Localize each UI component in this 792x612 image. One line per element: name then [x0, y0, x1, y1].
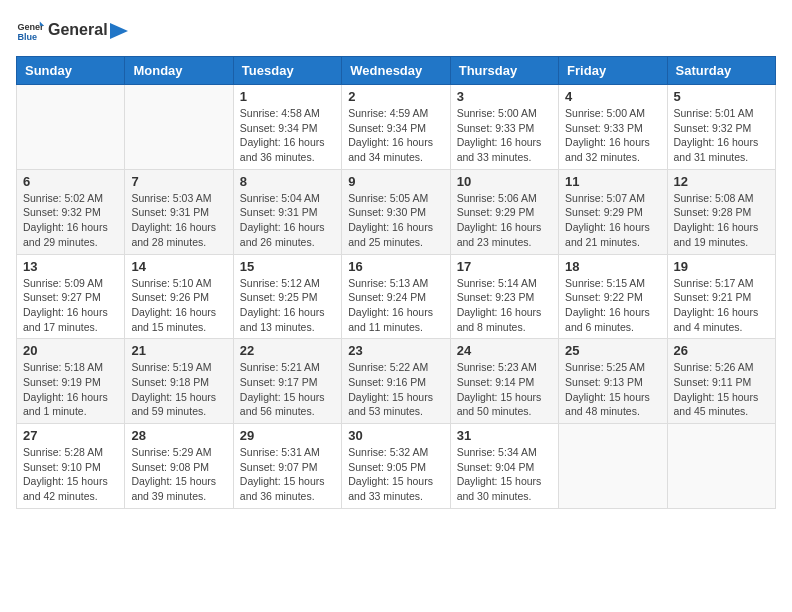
- day-number: 17: [457, 259, 552, 274]
- day-info: Sunrise: 5:13 AMSunset: 9:24 PMDaylight:…: [348, 276, 443, 335]
- calendar-week-row: 27Sunrise: 5:28 AMSunset: 9:10 PMDayligh…: [17, 424, 776, 509]
- day-info: Sunrise: 5:32 AMSunset: 9:05 PMDaylight:…: [348, 445, 443, 504]
- day-info: Sunrise: 5:34 AMSunset: 9:04 PMDaylight:…: [457, 445, 552, 504]
- calendar-cell: 22Sunrise: 5:21 AMSunset: 9:17 PMDayligh…: [233, 339, 341, 424]
- logo-icon: General Blue: [16, 16, 44, 44]
- calendar-header-row: SundayMondayTuesdayWednesdayThursdayFrid…: [17, 57, 776, 85]
- day-info: Sunrise: 5:08 AMSunset: 9:28 PMDaylight:…: [674, 191, 769, 250]
- svg-marker-3: [110, 23, 128, 39]
- calendar-cell: 14Sunrise: 5:10 AMSunset: 9:26 PMDayligh…: [125, 254, 233, 339]
- col-header-monday: Monday: [125, 57, 233, 85]
- day-number: 14: [131, 259, 226, 274]
- calendar-cell: 26Sunrise: 5:26 AMSunset: 9:11 PMDayligh…: [667, 339, 775, 424]
- calendar-cell: 11Sunrise: 5:07 AMSunset: 9:29 PMDayligh…: [559, 169, 667, 254]
- day-info: Sunrise: 5:31 AMSunset: 9:07 PMDaylight:…: [240, 445, 335, 504]
- day-number: 3: [457, 89, 552, 104]
- day-info: Sunrise: 5:12 AMSunset: 9:25 PMDaylight:…: [240, 276, 335, 335]
- calendar-cell: 13Sunrise: 5:09 AMSunset: 9:27 PMDayligh…: [17, 254, 125, 339]
- day-info: Sunrise: 4:59 AMSunset: 9:34 PMDaylight:…: [348, 106, 443, 165]
- logo-general: General: [48, 21, 108, 38]
- calendar-cell: 28Sunrise: 5:29 AMSunset: 9:08 PMDayligh…: [125, 424, 233, 509]
- calendar-cell: 25Sunrise: 5:25 AMSunset: 9:13 PMDayligh…: [559, 339, 667, 424]
- calendar-cell: 6Sunrise: 5:02 AMSunset: 9:32 PMDaylight…: [17, 169, 125, 254]
- svg-text:Blue: Blue: [17, 32, 37, 42]
- calendar: SundayMondayTuesdayWednesdayThursdayFrid…: [16, 56, 776, 509]
- calendar-cell: 24Sunrise: 5:23 AMSunset: 9:14 PMDayligh…: [450, 339, 558, 424]
- day-number: 6: [23, 174, 118, 189]
- day-number: 16: [348, 259, 443, 274]
- calendar-week-row: 1Sunrise: 4:58 AMSunset: 9:34 PMDaylight…: [17, 85, 776, 170]
- calendar-cell: 2Sunrise: 4:59 AMSunset: 9:34 PMDaylight…: [342, 85, 450, 170]
- day-info: Sunrise: 5:05 AMSunset: 9:30 PMDaylight:…: [348, 191, 443, 250]
- col-header-wednesday: Wednesday: [342, 57, 450, 85]
- day-info: Sunrise: 5:07 AMSunset: 9:29 PMDaylight:…: [565, 191, 660, 250]
- day-info: Sunrise: 5:22 AMSunset: 9:16 PMDaylight:…: [348, 360, 443, 419]
- day-number: 29: [240, 428, 335, 443]
- day-number: 21: [131, 343, 226, 358]
- day-number: 26: [674, 343, 769, 358]
- calendar-cell: 27Sunrise: 5:28 AMSunset: 9:10 PMDayligh…: [17, 424, 125, 509]
- col-header-saturday: Saturday: [667, 57, 775, 85]
- calendar-cell: 30Sunrise: 5:32 AMSunset: 9:05 PMDayligh…: [342, 424, 450, 509]
- calendar-cell: 16Sunrise: 5:13 AMSunset: 9:24 PMDayligh…: [342, 254, 450, 339]
- day-info: Sunrise: 5:18 AMSunset: 9:19 PMDaylight:…: [23, 360, 118, 419]
- calendar-cell: [559, 424, 667, 509]
- day-number: 12: [674, 174, 769, 189]
- calendar-week-row: 20Sunrise: 5:18 AMSunset: 9:19 PMDayligh…: [17, 339, 776, 424]
- calendar-cell: 20Sunrise: 5:18 AMSunset: 9:19 PMDayligh…: [17, 339, 125, 424]
- calendar-cell: 5Sunrise: 5:01 AMSunset: 9:32 PMDaylight…: [667, 85, 775, 170]
- calendar-cell: 8Sunrise: 5:04 AMSunset: 9:31 PMDaylight…: [233, 169, 341, 254]
- day-number: 23: [348, 343, 443, 358]
- day-info: Sunrise: 5:17 AMSunset: 9:21 PMDaylight:…: [674, 276, 769, 335]
- day-info: Sunrise: 5:04 AMSunset: 9:31 PMDaylight:…: [240, 191, 335, 250]
- day-number: 28: [131, 428, 226, 443]
- day-number: 15: [240, 259, 335, 274]
- day-number: 27: [23, 428, 118, 443]
- logo-triangle-icon: [110, 23, 128, 39]
- day-number: 7: [131, 174, 226, 189]
- calendar-cell: 3Sunrise: 5:00 AMSunset: 9:33 PMDaylight…: [450, 85, 558, 170]
- day-info: Sunrise: 5:23 AMSunset: 9:14 PMDaylight:…: [457, 360, 552, 419]
- day-number: 20: [23, 343, 118, 358]
- calendar-cell: 4Sunrise: 5:00 AMSunset: 9:33 PMDaylight…: [559, 85, 667, 170]
- day-number: 22: [240, 343, 335, 358]
- day-info: Sunrise: 5:29 AMSunset: 9:08 PMDaylight:…: [131, 445, 226, 504]
- day-number: 31: [457, 428, 552, 443]
- calendar-cell: 21Sunrise: 5:19 AMSunset: 9:18 PMDayligh…: [125, 339, 233, 424]
- day-number: 30: [348, 428, 443, 443]
- calendar-cell: 31Sunrise: 5:34 AMSunset: 9:04 PMDayligh…: [450, 424, 558, 509]
- day-info: Sunrise: 5:06 AMSunset: 9:29 PMDaylight:…: [457, 191, 552, 250]
- calendar-cell: 15Sunrise: 5:12 AMSunset: 9:25 PMDayligh…: [233, 254, 341, 339]
- day-info: Sunrise: 5:01 AMSunset: 9:32 PMDaylight:…: [674, 106, 769, 165]
- col-header-friday: Friday: [559, 57, 667, 85]
- calendar-cell: [17, 85, 125, 170]
- day-info: Sunrise: 5:03 AMSunset: 9:31 PMDaylight:…: [131, 191, 226, 250]
- day-number: 24: [457, 343, 552, 358]
- col-header-tuesday: Tuesday: [233, 57, 341, 85]
- col-header-sunday: Sunday: [17, 57, 125, 85]
- day-number: 19: [674, 259, 769, 274]
- day-info: Sunrise: 5:00 AMSunset: 9:33 PMDaylight:…: [457, 106, 552, 165]
- calendar-cell: 9Sunrise: 5:05 AMSunset: 9:30 PMDaylight…: [342, 169, 450, 254]
- day-number: 18: [565, 259, 660, 274]
- day-info: Sunrise: 5:02 AMSunset: 9:32 PMDaylight:…: [23, 191, 118, 250]
- day-info: Sunrise: 5:21 AMSunset: 9:17 PMDaylight:…: [240, 360, 335, 419]
- day-info: Sunrise: 5:28 AMSunset: 9:10 PMDaylight:…: [23, 445, 118, 504]
- calendar-cell: 19Sunrise: 5:17 AMSunset: 9:21 PMDayligh…: [667, 254, 775, 339]
- day-number: 11: [565, 174, 660, 189]
- calendar-cell: 10Sunrise: 5:06 AMSunset: 9:29 PMDayligh…: [450, 169, 558, 254]
- calendar-cell: 7Sunrise: 5:03 AMSunset: 9:31 PMDaylight…: [125, 169, 233, 254]
- calendar-cell: 12Sunrise: 5:08 AMSunset: 9:28 PMDayligh…: [667, 169, 775, 254]
- day-info: Sunrise: 5:09 AMSunset: 9:27 PMDaylight:…: [23, 276, 118, 335]
- calendar-week-row: 6Sunrise: 5:02 AMSunset: 9:32 PMDaylight…: [17, 169, 776, 254]
- day-number: 13: [23, 259, 118, 274]
- calendar-cell: [667, 424, 775, 509]
- day-number: 2: [348, 89, 443, 104]
- calendar-cell: 17Sunrise: 5:14 AMSunset: 9:23 PMDayligh…: [450, 254, 558, 339]
- day-number: 4: [565, 89, 660, 104]
- day-info: Sunrise: 5:26 AMSunset: 9:11 PMDaylight:…: [674, 360, 769, 419]
- day-info: Sunrise: 5:19 AMSunset: 9:18 PMDaylight:…: [131, 360, 226, 419]
- day-info: Sunrise: 4:58 AMSunset: 9:34 PMDaylight:…: [240, 106, 335, 165]
- day-info: Sunrise: 5:00 AMSunset: 9:33 PMDaylight:…: [565, 106, 660, 165]
- calendar-cell: [125, 85, 233, 170]
